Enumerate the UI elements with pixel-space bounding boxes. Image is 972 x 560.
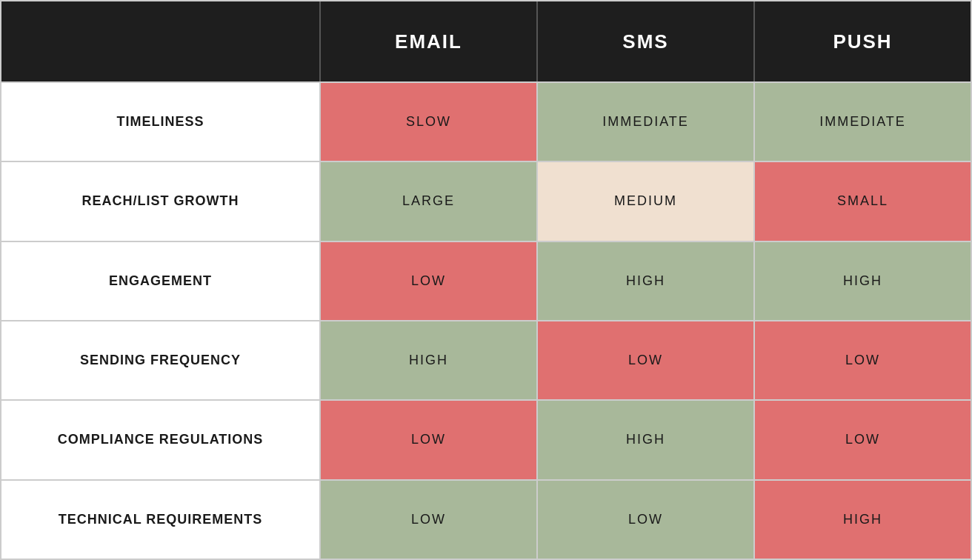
header-push-label: PUSH	[833, 30, 892, 53]
header-sms-label: SMS	[622, 30, 668, 53]
cell-email: LOW	[321, 242, 538, 320]
cell-sms-value: HIGH	[626, 432, 665, 447]
table-row: REACH/LIST GROWTH LARGE MEDIUM SMALL	[1, 161, 971, 240]
cell-email-value: LOW	[411, 512, 446, 527]
cell-email: LOW	[321, 481, 538, 559]
row-label-cell: ENGAGEMENT	[1, 242, 321, 320]
table-row: COMPLIANCE REGULATIONS LOW HIGH LOW	[1, 399, 971, 479]
cell-push: LOW	[755, 401, 971, 479]
cell-email-value: SLOW	[406, 114, 451, 130]
cell-push: LOW	[755, 321, 971, 399]
row-label: COMPLIANCE REGULATIONS	[58, 432, 264, 447]
header-sms: SMS	[538, 1, 755, 81]
cell-push: SMALL	[755, 162, 971, 240]
row-label-cell: TIMELINESS	[1, 83, 321, 161]
table-row: TECHNICAL REQUIREMENTS LOW LOW HIGH	[1, 479, 971, 559]
cell-push-value: IMMEDIATE	[819, 114, 906, 130]
cell-email: HIGH	[321, 321, 538, 399]
cell-email-value: LARGE	[402, 193, 455, 209]
cell-sms-value: HIGH	[626, 273, 665, 289]
cell-sms: LOW	[538, 321, 755, 399]
cell-sms-value: IMMEDIATE	[602, 114, 689, 130]
table-body: TIMELINESS SLOW IMMEDIATE IMMEDIATE REAC…	[1, 81, 971, 559]
row-label: TIMELINESS	[116, 114, 204, 130]
cell-email: LOW	[321, 401, 538, 479]
cell-email-value: LOW	[411, 273, 446, 289]
cell-push-value: SMALL	[837, 193, 888, 209]
cell-sms: LOW	[538, 481, 755, 559]
row-label: REACH/LIST GROWTH	[82, 193, 239, 209]
cell-sms: HIGH	[538, 401, 755, 479]
cell-sms-value: LOW	[628, 353, 663, 368]
cell-push-value: LOW	[845, 353, 880, 368]
row-label: SENDING FREQUENCY	[80, 353, 241, 368]
header-label-cell	[1, 1, 321, 81]
cell-push-value: HIGH	[843, 512, 882, 527]
table-row: ENGAGEMENT LOW HIGH HIGH	[1, 241, 971, 320]
cell-email: SLOW	[321, 83, 538, 161]
header-push: PUSH	[755, 1, 971, 81]
row-label: TECHNICAL REQUIREMENTS	[59, 512, 263, 527]
row-label-cell: SENDING FREQUENCY	[1, 321, 321, 399]
cell-email-value: HIGH	[409, 353, 448, 368]
table-header: EMAIL SMS PUSH	[1, 1, 971, 81]
header-email: EMAIL	[321, 1, 538, 81]
cell-sms-value: MEDIUM	[614, 193, 677, 209]
cell-push: IMMEDIATE	[755, 83, 971, 161]
row-label-cell: TECHNICAL REQUIREMENTS	[1, 481, 321, 559]
cell-email: LARGE	[321, 162, 538, 240]
cell-sms-value: LOW	[628, 512, 663, 527]
cell-push-value: HIGH	[843, 273, 882, 289]
cell-push: HIGH	[755, 481, 971, 559]
table-row: SENDING FREQUENCY HIGH LOW LOW	[1, 320, 971, 399]
cell-push: HIGH	[755, 242, 971, 320]
header-email-label: EMAIL	[395, 30, 462, 53]
cell-sms: MEDIUM	[538, 162, 755, 240]
row-label: ENGAGEMENT	[109, 273, 212, 289]
table-row: TIMELINESS SLOW IMMEDIATE IMMEDIATE	[1, 81, 971, 161]
row-label-cell: REACH/LIST GROWTH	[1, 162, 321, 240]
cell-sms: IMMEDIATE	[538, 83, 755, 161]
row-label-cell: COMPLIANCE REGULATIONS	[1, 401, 321, 479]
cell-push-value: LOW	[845, 432, 880, 447]
cell-email-value: LOW	[411, 432, 446, 447]
cell-sms: HIGH	[538, 242, 755, 320]
comparison-table: EMAIL SMS PUSH TIMELINESS SLOW IMMEDIATE…	[0, 0, 972, 560]
